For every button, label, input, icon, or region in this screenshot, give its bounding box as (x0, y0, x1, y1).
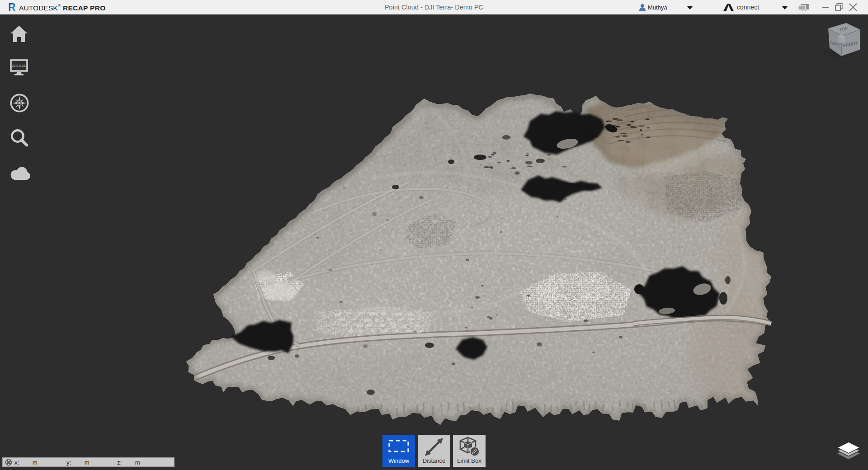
svg-text:22.0.0.223: 22.0.0.223 (12, 64, 27, 67)
